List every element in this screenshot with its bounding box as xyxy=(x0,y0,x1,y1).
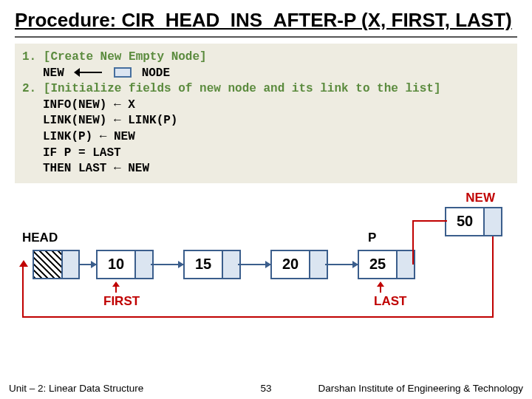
footer-institute: Darshan Institute of Engineering & Techn… xyxy=(281,383,523,394)
step2-line5: THEN LAST ← NEW xyxy=(22,161,510,177)
step2-line2: LINK(NEW) ← LINK(P) xyxy=(22,113,510,129)
list-node-3: 20 xyxy=(270,250,328,279)
head-node-link xyxy=(63,251,78,278)
list-node-1: 10 xyxy=(96,250,154,279)
list-node-4: 25 xyxy=(358,250,415,279)
step2-head: 2. [Initialize fields of new node and it… xyxy=(22,82,441,95)
circular-path-from-last xyxy=(412,220,429,265)
link-arrow-1 xyxy=(151,264,183,265)
circular-path-to-new xyxy=(429,220,447,222)
footer-unit: Unit – 2: Linear Data Structure xyxy=(9,383,251,394)
node4-value: 25 xyxy=(359,251,398,278)
new-node-link xyxy=(485,208,501,235)
last-arrow-icon xyxy=(380,282,381,293)
node1-link xyxy=(136,251,152,278)
circular-path-right xyxy=(492,236,494,318)
procedure-code: 1. [Create New Empty Node] NEW NODE 2. [… xyxy=(15,44,517,183)
link-arrow-0 xyxy=(80,264,96,265)
step1-rhs: NODE xyxy=(142,66,170,80)
head-node xyxy=(33,250,80,279)
p-label: P xyxy=(368,231,376,245)
step1-head: 1. [Create New Empty Node] xyxy=(22,50,207,64)
footer-page: 53 xyxy=(251,383,281,394)
node3-value: 20 xyxy=(272,251,310,278)
circular-path-left xyxy=(22,265,24,316)
head-node-hatch xyxy=(34,251,63,278)
step2-line4: IF P = LAST xyxy=(22,146,510,162)
head-label: HEAD xyxy=(22,231,58,245)
footer: Unit – 2: Linear Data Structure 53 Darsh… xyxy=(0,377,532,399)
first-arrow-icon xyxy=(115,282,117,293)
page-title: Procedure: CIR_HEAD_INS_AFTER-P (X, FIRS… xyxy=(15,9,517,38)
list-node-2: 15 xyxy=(183,250,241,279)
node2-link xyxy=(223,251,239,278)
new-node: 50 xyxy=(445,207,502,236)
node3-link xyxy=(310,251,327,278)
new-label: NEW xyxy=(466,191,495,205)
step1-lhs: NEW xyxy=(43,66,64,80)
circular-path-bottom xyxy=(22,316,492,318)
first-label: FIRST xyxy=(103,294,140,309)
node1-value: 10 xyxy=(98,251,136,278)
node2-value: 15 xyxy=(185,251,223,278)
circular-return-arrowhead xyxy=(19,260,28,267)
assign-arrow-icon xyxy=(74,69,102,76)
step2-line1: INFO(NEW) ← X xyxy=(22,98,510,114)
last-label: LAST xyxy=(374,294,406,309)
empty-node-icon xyxy=(114,67,132,78)
link-arrow-3 xyxy=(325,264,358,265)
node4-link xyxy=(398,251,414,278)
new-node-value: 50 xyxy=(446,208,485,235)
link-arrow-2 xyxy=(238,264,270,265)
linked-list-diagram: NEW HEAD P FIRST LAST 50 10 15 20 25 xyxy=(15,191,517,353)
step2-line3: LINK(P) ← NEW xyxy=(22,129,510,146)
